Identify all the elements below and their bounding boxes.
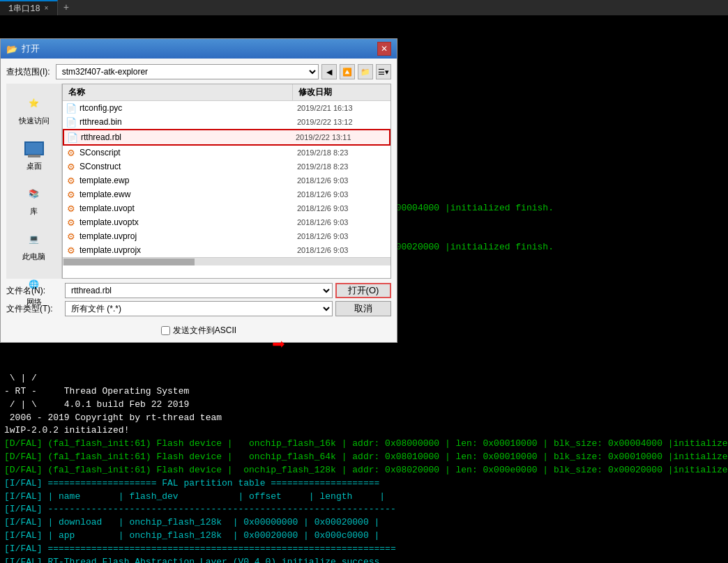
- filename-rtthread-bin: rtthread.bin: [79, 117, 297, 127]
- filedate-sconscript: 2019/2/18 8:23: [297, 148, 388, 157]
- filedate-rtconfig: 2019/2/21 16:13: [297, 104, 388, 112]
- filename-template-uvprojx: template.uvprojx: [79, 245, 297, 255]
- column-name[interactable]: 名称: [63, 84, 293, 100]
- bottom-line-12: [I/FAL] | download | onchip_flash_128k |…: [4, 516, 724, 530]
- location-label: 查找范围(I):: [6, 66, 50, 78]
- file-icon-sconscript: ⚙: [66, 147, 77, 158]
- filename-label: 文件名(N):: [6, 285, 62, 297]
- file-icon-bin: 📄: [66, 116, 77, 128]
- bottom-line-9: [I/FAL] ==================== FAL partiti…: [4, 477, 724, 491]
- tab-item[interactable]: 1串口18 ×: [0, 0, 58, 15]
- filename-row: 文件名(N): rtthread.rbl 打开(O): [6, 283, 391, 298]
- filedate-rtthread-rbl: 2019/2/22 13:11: [296, 133, 386, 141]
- dialog-main-content: ⭐ 快速访问 桌面 📚 库: [6, 84, 391, 279]
- file-icon-rbl: 📄: [67, 132, 78, 143]
- filetype-row: 文件类型(T): 所有文件 (*.*) 取消: [6, 301, 391, 316]
- bottom-line-6: [D/FAL] (fal_flash_init:61) Flash device…: [4, 438, 724, 451]
- file-icon-uvprojx: ⚙: [66, 245, 77, 256]
- bottom-line-11: [I/FAL] --------------------------------…: [4, 503, 724, 516]
- sidebar-computer[interactable]: 💻 此电脑: [10, 225, 59, 265]
- bottom-line-15: [I/FAL] RT-Thread Flash Abstraction Laye…: [4, 556, 724, 563]
- file-item-template-uvoptx[interactable]: ⚙ template.uvoptx 2018/12/6 9:03: [63, 215, 390, 229]
- titlebar-left: 📂 打开: [6, 43, 40, 55]
- filename-template-ewp: template.ewp: [79, 176, 297, 185]
- library-icon: 📚: [23, 183, 45, 205]
- file-item-template-uvopt[interactable]: ⚙ template.uvopt 2018/12/6 9:03: [63, 201, 390, 215]
- sidebar-quick-access[interactable]: ⭐ 快速访问: [10, 89, 59, 129]
- filedate-template-uvoptx: 2018/12/6 9:03: [297, 218, 388, 226]
- filedate-template-eww: 2018/12/6 9:03: [297, 190, 388, 199]
- filedate-sconstruct: 2019/2/18 8:23: [297, 162, 388, 171]
- file-item-rtconfig[interactable]: 📄 rtconfig.pyc 2019/2/21 16:13: [63, 101, 390, 115]
- tab-close-icon[interactable]: ×: [45, 5, 49, 13]
- file-item-template-uvprojx[interactable]: ⚙ template.uvprojx 2018/12/6 9:03: [63, 243, 390, 257]
- ascii-checkbox[interactable]: [161, 326, 170, 335]
- bottom-line-10: [I/FAL] | name | flash_dev | offset | le…: [4, 491, 724, 504]
- bottom-line-13: [I/FAL] | app | onchip_flash_128k | 0x00…: [4, 530, 724, 543]
- view-button[interactable]: ☰▾: [376, 64, 391, 79]
- sidebar-library[interactable]: 📚 库: [10, 180, 59, 219]
- file-item-rtthread-bin[interactable]: 📄 rtthread.bin 2019/2/22 13:12: [63, 115, 390, 129]
- filelist-header: 名称 修改日期: [63, 84, 390, 101]
- filedate-rtthread-bin: 2019/2/22 13:12: [297, 118, 388, 126]
- dialog-title: 打开: [22, 43, 40, 55]
- bottom-line-2: - RT - Thread Operating System: [4, 385, 724, 399]
- dialog-title-icon: 📂: [6, 44, 17, 54]
- file-item-rtthread-rbl[interactable]: 📄 rtthread.rbl 2019/2/22 13:11: [63, 129, 390, 146]
- location-select[interactable]: stm32f407-atk-explorer: [56, 64, 319, 79]
- bottom-line-14: [I/FAL] ================================…: [4, 543, 724, 556]
- filename-input[interactable]: rtthread.rbl: [65, 283, 333, 298]
- desktop-icon: [23, 137, 45, 160]
- horizontal-scrollbar[interactable]: [63, 257, 390, 265]
- location-toolbar: 查找范围(I): stm32f407-atk-explorer ◀ 🔼 📁 ☰▾: [6, 64, 391, 79]
- dialog-inputs: 文件名(N): rtthread.rbl 打开(O) 文件类型(T): 所有文件…: [6, 279, 391, 322]
- bottom-line-8: [D/FAL] (fal_flash_init:61) Flash device…: [4, 464, 724, 477]
- filedate-template-uvopt: 2018/12/6 9:03: [297, 204, 388, 213]
- filename-template-uvproj: template.uvproj: [79, 231, 297, 241]
- filedate-template-ewp: 2018/12/6 9:03: [297, 176, 388, 185]
- file-icon-pyc: 📄: [66, 102, 77, 114]
- filename-rtthread-rbl: rtthread.rbl: [81, 132, 296, 142]
- file-icon-sconstruct: ⚙: [66, 161, 77, 172]
- open-file-dialog: 📂 打开 ✕ 查找范围(I): stm32f407-atk-explorer ◀…: [0, 38, 397, 343]
- filename-sconscript: SConscript: [79, 148, 297, 157]
- back-button[interactable]: ◀: [321, 64, 337, 79]
- dialog-titlebar: 📂 打开 ✕: [1, 39, 397, 59]
- sidebar-library-label: 库: [30, 206, 38, 217]
- new-folder-button[interactable]: 📁: [358, 64, 373, 79]
- file-item-template-ewp[interactable]: ⚙ template.ewp 2018/12/6 9:03: [63, 173, 390, 187]
- filename-template-uvopt: template.uvopt: [79, 203, 297, 213]
- up-button[interactable]: 🔼: [340, 64, 355, 79]
- file-icon-uvproj: ⚙: [66, 231, 77, 242]
- file-item-template-uvproj[interactable]: ⚙ template.uvproj 2018/12/6 9:03: [63, 229, 390, 243]
- filedate-template-uvproj: 2018/12/6 9:03: [297, 232, 388, 240]
- sidebar-computer-label: 此电脑: [22, 252, 45, 262]
- file-item-sconstruct[interactable]: ⚙ SConstruct 2019/2/18 8:23: [63, 160, 390, 173]
- computer-icon: 💻: [23, 228, 45, 250]
- filedate-template-uvprojx: 2018/12/6 9:03: [297, 246, 388, 254]
- column-date[interactable]: 修改日期: [293, 84, 390, 100]
- dialog-sidebar: ⭐ 快速访问 桌面 📚 库: [6, 84, 62, 279]
- quick-access-icon: ⭐: [23, 92, 45, 114]
- tab-label: 1串口18: [8, 3, 40, 15]
- terminal-bottom: \ | / - RT - Thread Operating System / |…: [0, 369, 728, 563]
- tab-bar: 1串口18 × +: [0, 0, 728, 15]
- bottom-line-4: 2006 - 2019 Copyright by rt-thread team: [4, 412, 724, 425]
- filename-rtconfig: rtconfig.pyc: [79, 103, 297, 113]
- file-icon-ewp: ⚙: [66, 175, 77, 186]
- bottom-line-7: [D/FAL] (fal_flash_init:61) Flash device…: [4, 451, 724, 464]
- bottom-line-3: / | \ 4.0.1 build Feb 22 2019: [4, 399, 724, 412]
- sidebar-desktop[interactable]: 桌面: [10, 134, 59, 174]
- file-item-sconscript[interactable]: ⚙ SConscript 2019/2/18 8:23: [63, 146, 390, 160]
- cancel-button[interactable]: 取消: [335, 301, 391, 316]
- tab-add-button[interactable]: +: [58, 1, 75, 15]
- filetype-select[interactable]: 所有文件 (*.*): [65, 301, 333, 316]
- open-button[interactable]: 打开(O): [335, 283, 391, 298]
- file-list: 名称 修改日期 📄 rtconfig.pyc 2019/2/21 16:13 📄…: [62, 84, 391, 279]
- dialog-body: 查找范围(I): stm32f407-atk-explorer ◀ 🔼 📁 ☰▾…: [1, 59, 397, 342]
- sidebar-desktop-label: 桌面: [26, 161, 42, 171]
- filetype-label: 文件类型(T):: [6, 303, 62, 315]
- file-item-template-eww[interactable]: ⚙ template.eww 2018/12/6 9:03: [63, 187, 390, 201]
- dialog-close-button[interactable]: ✕: [377, 42, 391, 56]
- bottom-line-5: lwIP-2.0.2 initialized!: [4, 424, 724, 438]
